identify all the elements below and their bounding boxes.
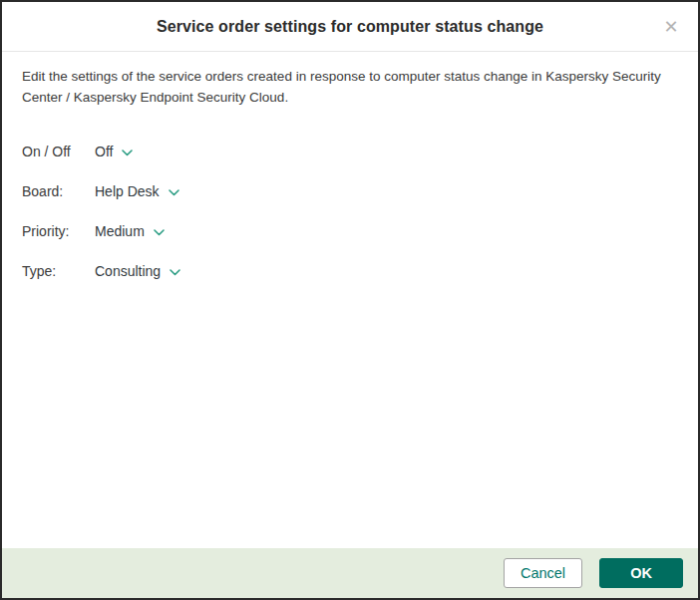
board-label: Board:	[22, 183, 95, 199]
priority-value: Medium	[95, 223, 145, 239]
ok-button[interactable]: OK	[599, 558, 683, 588]
dialog-body: Edit the settings of the service orders …	[2, 52, 698, 548]
dialog-title: Service order settings for computer stat…	[157, 18, 543, 36]
form-row-type: Type: Consulting	[22, 261, 678, 282]
form-row-board: Board: Help Desk	[22, 181, 678, 202]
dialog-description: Edit the settings of the service orders …	[22, 67, 678, 109]
chevron-down-icon	[170, 269, 180, 276]
settings-form: On / Off Off Board: Help Desk	[22, 142, 678, 282]
priority-dropdown[interactable]: Medium	[95, 223, 165, 239]
cancel-button[interactable]: Cancel	[504, 558, 582, 588]
form-row-priority: Priority: Medium	[22, 221, 678, 242]
type-label: Type:	[22, 263, 95, 279]
dialog-header: Service order settings for computer stat…	[2, 2, 698, 52]
on-off-label: On / Off	[22, 144, 95, 159]
priority-label: Priority:	[22, 223, 95, 239]
type-value: Consulting	[95, 263, 161, 279]
chevron-down-icon	[169, 189, 179, 196]
type-dropdown[interactable]: Consulting	[95, 263, 180, 279]
dialog-footer: Cancel OK	[2, 548, 698, 598]
chevron-down-icon	[154, 229, 165, 236]
board-dropdown[interactable]: Help Desk	[95, 183, 179, 199]
close-icon[interactable]: ✕	[658, 14, 684, 40]
on-off-value: Off	[95, 144, 113, 159]
service-order-settings-dialog: Service order settings for computer stat…	[0, 0, 700, 600]
form-row-on-off: On / Off Off	[22, 142, 678, 162]
chevron-down-icon	[122, 150, 133, 156]
on-off-dropdown[interactable]: Off	[95, 144, 133, 159]
board-value: Help Desk	[95, 183, 160, 199]
